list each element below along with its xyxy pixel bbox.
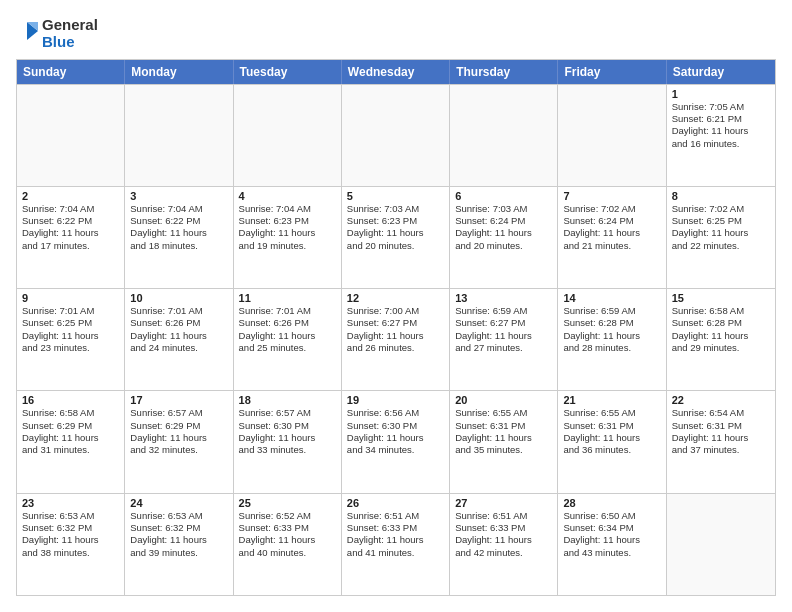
calendar-week-2: 2Sunrise: 7:04 AM Sunset: 6:22 PM Daylig… [17,186,775,288]
calendar-cell: 14Sunrise: 6:59 AM Sunset: 6:28 PM Dayli… [558,289,666,390]
calendar-cell: 5Sunrise: 7:03 AM Sunset: 6:23 PM Daylig… [342,187,450,288]
day-number: 24 [130,497,227,509]
day-info: Sunrise: 7:04 AM Sunset: 6:23 PM Dayligh… [239,203,336,252]
day-number: 3 [130,190,227,202]
day-info: Sunrise: 6:53 AM Sunset: 6:32 PM Dayligh… [130,510,227,559]
weekday-header-monday: Monday [125,60,233,84]
calendar-cell: 7Sunrise: 7:02 AM Sunset: 6:24 PM Daylig… [558,187,666,288]
calendar-cell: 18Sunrise: 6:57 AM Sunset: 6:30 PM Dayli… [234,391,342,492]
calendar-week-5: 23Sunrise: 6:53 AM Sunset: 6:32 PM Dayli… [17,493,775,595]
calendar-cell: 1Sunrise: 7:05 AM Sunset: 6:21 PM Daylig… [667,85,775,186]
day-number: 9 [22,292,119,304]
logo-blue: Blue [42,33,98,50]
weekday-header-saturday: Saturday [667,60,775,84]
day-info: Sunrise: 6:50 AM Sunset: 6:34 PM Dayligh… [563,510,660,559]
calendar-cell: 2Sunrise: 7:04 AM Sunset: 6:22 PM Daylig… [17,187,125,288]
weekday-header-sunday: Sunday [17,60,125,84]
logo-triangle-icon [16,20,38,42]
weekday-header-thursday: Thursday [450,60,558,84]
calendar-cell: 16Sunrise: 6:58 AM Sunset: 6:29 PM Dayli… [17,391,125,492]
calendar-cell: 20Sunrise: 6:55 AM Sunset: 6:31 PM Dayli… [450,391,558,492]
day-number: 16 [22,394,119,406]
day-info: Sunrise: 7:04 AM Sunset: 6:22 PM Dayligh… [130,203,227,252]
weekday-header-tuesday: Tuesday [234,60,342,84]
day-number: 4 [239,190,336,202]
day-info: Sunrise: 6:52 AM Sunset: 6:33 PM Dayligh… [239,510,336,559]
day-number: 26 [347,497,444,509]
weekday-header-wednesday: Wednesday [342,60,450,84]
calendar-cell: 9Sunrise: 7:01 AM Sunset: 6:25 PM Daylig… [17,289,125,390]
calendar-cell: 21Sunrise: 6:55 AM Sunset: 6:31 PM Dayli… [558,391,666,492]
calendar-cell: 19Sunrise: 6:56 AM Sunset: 6:30 PM Dayli… [342,391,450,492]
day-info: Sunrise: 7:00 AM Sunset: 6:27 PM Dayligh… [347,305,444,354]
logo-general: General [42,16,98,33]
day-info: Sunrise: 7:04 AM Sunset: 6:22 PM Dayligh… [22,203,119,252]
day-number: 19 [347,394,444,406]
day-info: Sunrise: 7:02 AM Sunset: 6:25 PM Dayligh… [672,203,770,252]
calendar-cell: 8Sunrise: 7:02 AM Sunset: 6:25 PM Daylig… [667,187,775,288]
day-number: 1 [672,88,770,100]
calendar-week-4: 16Sunrise: 6:58 AM Sunset: 6:29 PM Dayli… [17,390,775,492]
day-info: Sunrise: 6:51 AM Sunset: 6:33 PM Dayligh… [347,510,444,559]
calendar-cell [17,85,125,186]
day-number: 27 [455,497,552,509]
calendar-cell: 13Sunrise: 6:59 AM Sunset: 6:27 PM Dayli… [450,289,558,390]
calendar-cell: 11Sunrise: 7:01 AM Sunset: 6:26 PM Dayli… [234,289,342,390]
weekday-header-friday: Friday [558,60,666,84]
calendar-cell: 6Sunrise: 7:03 AM Sunset: 6:24 PM Daylig… [450,187,558,288]
calendar-cell: 22Sunrise: 6:54 AM Sunset: 6:31 PM Dayli… [667,391,775,492]
day-number: 2 [22,190,119,202]
day-info: Sunrise: 6:59 AM Sunset: 6:28 PM Dayligh… [563,305,660,354]
calendar: SundayMondayTuesdayWednesdayThursdayFrid… [16,59,776,597]
day-info: Sunrise: 7:05 AM Sunset: 6:21 PM Dayligh… [672,101,770,150]
logo: General Blue [16,16,98,51]
calendar-week-3: 9Sunrise: 7:01 AM Sunset: 6:25 PM Daylig… [17,288,775,390]
calendar-body: 1Sunrise: 7:05 AM Sunset: 6:21 PM Daylig… [17,84,775,596]
calendar-cell: 10Sunrise: 7:01 AM Sunset: 6:26 PM Dayli… [125,289,233,390]
calendar-cell [342,85,450,186]
day-info: Sunrise: 7:01 AM Sunset: 6:26 PM Dayligh… [130,305,227,354]
day-info: Sunrise: 6:55 AM Sunset: 6:31 PM Dayligh… [455,407,552,456]
day-number: 21 [563,394,660,406]
day-number: 23 [22,497,119,509]
header: General Blue [16,16,776,51]
day-number: 13 [455,292,552,304]
day-info: Sunrise: 6:56 AM Sunset: 6:30 PM Dayligh… [347,407,444,456]
day-number: 20 [455,394,552,406]
day-info: Sunrise: 6:57 AM Sunset: 6:30 PM Dayligh… [239,407,336,456]
calendar-header: SundayMondayTuesdayWednesdayThursdayFrid… [17,60,775,84]
day-info: Sunrise: 7:01 AM Sunset: 6:25 PM Dayligh… [22,305,119,354]
calendar-cell: 26Sunrise: 6:51 AM Sunset: 6:33 PM Dayli… [342,494,450,595]
day-number: 6 [455,190,552,202]
calendar-week-1: 1Sunrise: 7:05 AM Sunset: 6:21 PM Daylig… [17,84,775,186]
day-number: 18 [239,394,336,406]
page: General Blue SundayMondayTuesdayWednesda… [0,0,792,612]
day-info: Sunrise: 7:01 AM Sunset: 6:26 PM Dayligh… [239,305,336,354]
day-info: Sunrise: 7:03 AM Sunset: 6:24 PM Dayligh… [455,203,552,252]
calendar-cell: 17Sunrise: 6:57 AM Sunset: 6:29 PM Dayli… [125,391,233,492]
calendar-cell: 28Sunrise: 6:50 AM Sunset: 6:34 PM Dayli… [558,494,666,595]
day-number: 7 [563,190,660,202]
calendar-cell [667,494,775,595]
day-number: 8 [672,190,770,202]
calendar-cell: 15Sunrise: 6:58 AM Sunset: 6:28 PM Dayli… [667,289,775,390]
calendar-cell: 23Sunrise: 6:53 AM Sunset: 6:32 PM Dayli… [17,494,125,595]
calendar-cell [125,85,233,186]
day-number: 15 [672,292,770,304]
day-info: Sunrise: 6:54 AM Sunset: 6:31 PM Dayligh… [672,407,770,456]
day-number: 14 [563,292,660,304]
calendar-cell [450,85,558,186]
day-info: Sunrise: 6:51 AM Sunset: 6:33 PM Dayligh… [455,510,552,559]
day-info: Sunrise: 6:55 AM Sunset: 6:31 PM Dayligh… [563,407,660,456]
day-info: Sunrise: 6:58 AM Sunset: 6:28 PM Dayligh… [672,305,770,354]
calendar-cell [558,85,666,186]
day-info: Sunrise: 6:53 AM Sunset: 6:32 PM Dayligh… [22,510,119,559]
day-number: 5 [347,190,444,202]
day-number: 17 [130,394,227,406]
day-number: 25 [239,497,336,509]
day-number: 28 [563,497,660,509]
calendar-cell: 3Sunrise: 7:04 AM Sunset: 6:22 PM Daylig… [125,187,233,288]
day-number: 12 [347,292,444,304]
calendar-cell: 27Sunrise: 6:51 AM Sunset: 6:33 PM Dayli… [450,494,558,595]
day-number: 11 [239,292,336,304]
